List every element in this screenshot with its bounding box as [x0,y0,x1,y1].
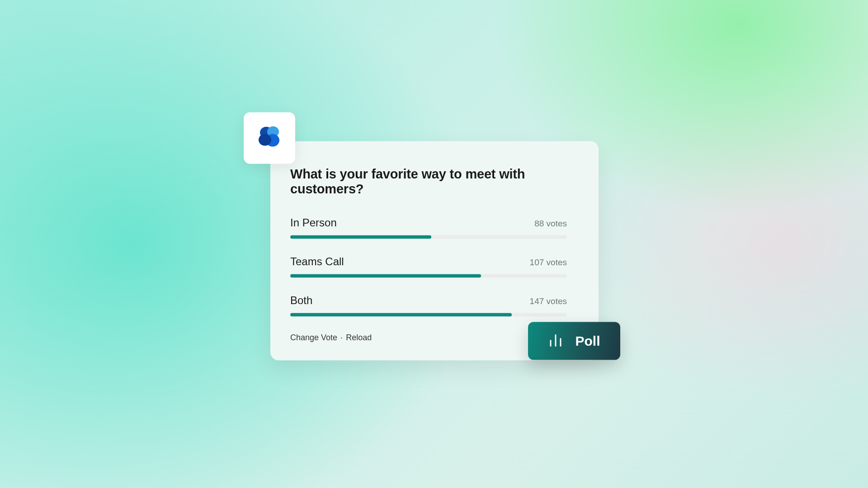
progress-fill [290,235,431,239]
reload-link[interactable]: Reload [346,333,372,342]
option-label: Both [290,294,312,307]
poll-option[interactable]: In Person 88 votes [290,216,567,239]
change-vote-link[interactable]: Change Vote [290,333,337,342]
option-votes: 88 votes [534,219,567,229]
svg-point-3 [259,134,271,146]
progress-fill [290,274,481,278]
poll-button-label: Poll [575,333,600,349]
app-logo-card [244,113,295,164]
poll-option[interactable]: Teams Call 107 votes [290,255,567,278]
progress-track [290,274,567,278]
poll-actions: Change Vote · Reload [290,333,567,343]
poll-button[interactable]: Poll [528,322,620,360]
option-votes: 107 votes [530,258,567,267]
option-label: In Person [290,216,337,229]
poll-question: What is your favorite way to meet with c… [290,167,567,197]
viva-engage-icon [255,123,284,154]
progress-fill [290,313,512,317]
option-votes: 147 votes [530,296,567,306]
bar-chart-icon [548,333,563,350]
option-label: Teams Call [290,255,344,268]
progress-track [290,235,567,239]
poll-option[interactable]: Both 147 votes [290,294,567,317]
separator: · [340,333,343,342]
progress-track [290,313,567,317]
